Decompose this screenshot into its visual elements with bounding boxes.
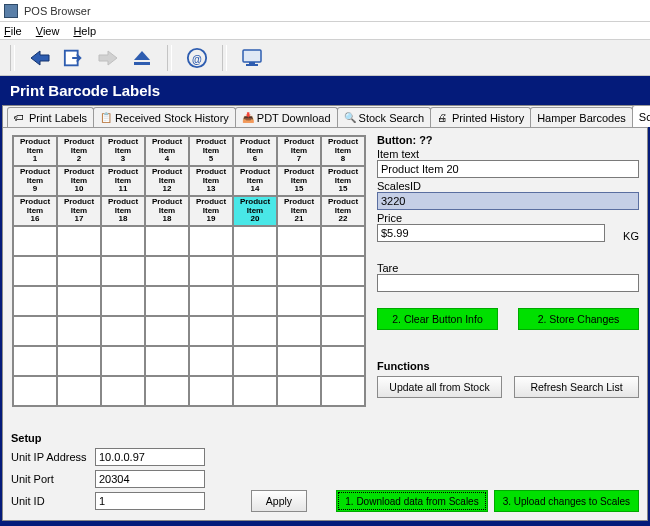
menu-view[interactable]: View (36, 25, 60, 37)
grid-cell[interactable] (145, 286, 189, 316)
grid-cell[interactable] (321, 286, 365, 316)
grid-cell[interactable] (189, 226, 233, 256)
grid-cell[interactable]: Product Item21 (277, 196, 321, 226)
grid-cell[interactable] (101, 376, 145, 406)
grid-cell[interactable]: Product Item8 (321, 136, 365, 166)
grid-cell[interactable] (57, 226, 101, 256)
forward-icon[interactable] (97, 47, 119, 69)
unit-id-input[interactable] (95, 492, 205, 510)
grid-cell[interactable] (101, 346, 145, 376)
forward-page-icon[interactable] (63, 47, 85, 69)
grid-cell[interactable] (13, 376, 57, 406)
grid-cell[interactable] (57, 346, 101, 376)
grid-cell[interactable]: Product Item9 (13, 166, 57, 196)
grid-cell[interactable] (145, 316, 189, 346)
grid-cell[interactable] (321, 226, 365, 256)
grid-cell[interactable]: Product Item6 (233, 136, 277, 166)
grid-cell[interactable] (13, 286, 57, 316)
eject-icon[interactable] (131, 47, 153, 69)
grid-cell[interactable] (189, 256, 233, 286)
price-input[interactable] (377, 224, 605, 242)
apply-button[interactable]: Apply (251, 490, 307, 512)
grid-cell[interactable] (277, 286, 321, 316)
grid-cell[interactable] (101, 286, 145, 316)
grid-cell[interactable] (233, 286, 277, 316)
grid-cell[interactable] (321, 346, 365, 376)
grid-cell[interactable] (233, 376, 277, 406)
grid-cell[interactable] (189, 286, 233, 316)
grid-cell[interactable] (101, 316, 145, 346)
grid-cell[interactable] (277, 376, 321, 406)
grid-cell[interactable] (57, 256, 101, 286)
grid-cell[interactable] (277, 316, 321, 346)
grid-cell[interactable] (277, 256, 321, 286)
grid-cell[interactable] (57, 376, 101, 406)
unit-port-input[interactable] (95, 470, 205, 488)
grid-cell[interactable] (101, 256, 145, 286)
grid-cell[interactable]: Product Item12 (145, 166, 189, 196)
grid-cell[interactable] (57, 286, 101, 316)
grid-cell[interactable] (233, 346, 277, 376)
menu-help[interactable]: Help (73, 25, 96, 37)
grid-cell[interactable] (13, 226, 57, 256)
grid-cell[interactable] (233, 316, 277, 346)
store-changes-button[interactable]: 2. Store Changes (518, 308, 639, 330)
tab-printed-history[interactable]: 🖨Printed History (430, 107, 531, 127)
grid-cell[interactable] (277, 346, 321, 376)
grid-cell[interactable] (277, 226, 321, 256)
tab-stock-search[interactable]: 🔍Stock Search (337, 107, 431, 127)
grid-cell[interactable] (233, 226, 277, 256)
grid-cell[interactable]: Product Item13 (189, 166, 233, 196)
grid-cell[interactable] (321, 316, 365, 346)
tab-received-stock-history[interactable]: 📋Received Stock History (93, 107, 236, 127)
unit-ip-input[interactable] (95, 448, 205, 466)
at-icon[interactable]: @ (186, 47, 208, 69)
grid-cell[interactable] (145, 346, 189, 376)
grid-cell[interactable] (233, 256, 277, 286)
grid-cell[interactable]: Product Item17 (57, 196, 101, 226)
grid-cell[interactable]: Product Item5 (189, 136, 233, 166)
download-from-scales-button[interactable]: 1. Download data from Scales (336, 490, 487, 512)
grid-cell[interactable]: Product Item15 (277, 166, 321, 196)
grid-cell[interactable] (189, 316, 233, 346)
grid-cell[interactable]: Product Item4 (145, 136, 189, 166)
grid-cell[interactable]: Product Item7 (277, 136, 321, 166)
grid-cell[interactable]: Product Item16 (13, 196, 57, 226)
monitor-icon[interactable] (241, 47, 263, 69)
grid-cell[interactable] (13, 256, 57, 286)
grid-cell[interactable]: Product Item11 (101, 166, 145, 196)
tab-hamper-barcodes[interactable]: Hamper Barcodes (530, 107, 633, 127)
upload-to-scales-button[interactable]: 3. Upload changes to Scales (494, 490, 639, 512)
clear-button-info-button[interactable]: 2. Clear Button Info (377, 308, 498, 330)
grid-cell[interactable] (189, 376, 233, 406)
tab-print-labels[interactable]: 🏷Print Labels (7, 107, 94, 127)
grid-cell[interactable] (145, 226, 189, 256)
tab-scales[interactable]: Scales (632, 105, 650, 127)
grid-cell[interactable]: Product Item22 (321, 196, 365, 226)
grid-cell[interactable]: Product Item18 (145, 196, 189, 226)
grid-cell[interactable] (321, 376, 365, 406)
grid-cell[interactable] (189, 346, 233, 376)
grid-cell[interactable] (321, 256, 365, 286)
grid-cell[interactable]: Product Item10 (57, 166, 101, 196)
tab-pdt-download[interactable]: 📥PDT Download (235, 107, 338, 127)
grid-cell[interactable]: Product Item15 (321, 166, 365, 196)
grid-cell[interactable]: Product Item2 (57, 136, 101, 166)
scalesid-input[interactable] (377, 192, 639, 210)
grid-cell[interactable] (57, 316, 101, 346)
grid-cell[interactable]: Product Item20 (233, 196, 277, 226)
grid-cell[interactable] (145, 376, 189, 406)
item-text-input[interactable] (377, 160, 639, 178)
grid-cell[interactable] (101, 226, 145, 256)
grid-cell[interactable]: Product Item19 (189, 196, 233, 226)
refresh-search-list-button[interactable]: Refresh Search List (514, 376, 639, 398)
update-all-from-stock-button[interactable]: Update all from Stock (377, 376, 502, 398)
tare-input[interactable] (377, 274, 639, 292)
grid-cell[interactable]: Product Item18 (101, 196, 145, 226)
grid-cell[interactable] (13, 346, 57, 376)
grid-cell[interactable] (13, 316, 57, 346)
grid-cell[interactable] (145, 256, 189, 286)
grid-cell[interactable]: Product Item3 (101, 136, 145, 166)
grid-cell[interactable]: Product Item1 (13, 136, 57, 166)
back-icon[interactable] (29, 47, 51, 69)
